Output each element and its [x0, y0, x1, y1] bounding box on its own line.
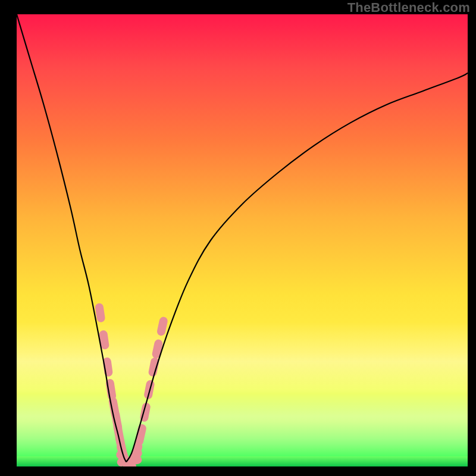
- curve-right-branch: [126, 73, 468, 462]
- marker-dots: [99, 308, 164, 466]
- watermark-text: TheBottleneck.com: [347, 1, 470, 14]
- marker-segment: [139, 428, 142, 441]
- marker-segment: [153, 362, 155, 372]
- curve-layer: [17, 14, 468, 466]
- marker-segment: [99, 308, 101, 318]
- marker-segment: [156, 344, 159, 355]
- marker-segment: [104, 334, 105, 345]
- curve-left-branch: [17, 14, 126, 462]
- plot-area: [17, 14, 468, 466]
- marker-segment: [161, 321, 164, 332]
- marker-segment: [134, 447, 138, 459]
- marker-segment: [110, 383, 112, 396]
- marker-segment: [107, 362, 108, 372]
- chart-frame: TheBottleneck.com: [0, 0, 476, 476]
